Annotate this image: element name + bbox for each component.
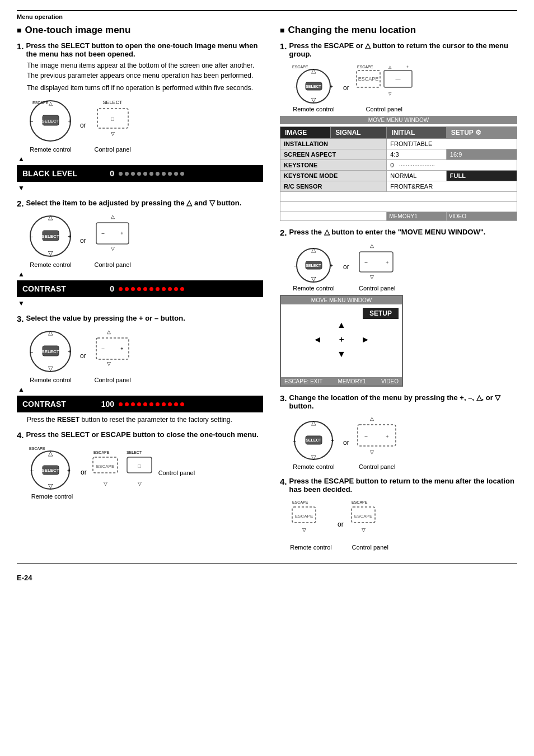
left-arrow-icon: ◄ [313, 335, 322, 345]
svg-text:ESCAPE: ESCAPE [32, 101, 49, 105]
svg-text:ESCAPE: ESCAPE [295, 514, 313, 519]
section-header: Menu operation [17, 10, 517, 20]
left-heading: One-touch image menu [17, 25, 263, 36]
svg-text:+: + [331, 438, 334, 444]
slider-black-level: BLACK LEVEL 0 [17, 165, 263, 182]
svg-text:△: △ [49, 101, 53, 106]
step3-remote-diagram: △ – + SELECT ▽ Remote control [27, 328, 74, 383]
step4-left: 4. Press the SELECT or ESCAPE button to … [17, 430, 263, 500]
svg-text:▽: ▽ [103, 481, 107, 486]
svg-text:△: △ [48, 329, 53, 336]
svg-text:–: – [30, 118, 33, 124]
section-header-text: Menu operation [17, 13, 63, 20]
step4-title: Press the SELECT or ESCAPE button to clo… [26, 430, 259, 439]
menu-window-title-2: MOVE MENU WINDOW [281, 296, 402, 304]
step1-right: 1. Press the ESCAPE or △ button to retur… [280, 41, 517, 221]
step1-panel-label: Control panel [94, 146, 130, 153]
svg-text:–: – [293, 438, 296, 444]
svg-text:ESCAPE: ESCAPE [96, 464, 114, 469]
step1r-panel-diagram: ESCAPE △ + — ESCAPE ▽ Control panel [355, 63, 414, 112]
step1-num: 1. [17, 41, 24, 51]
svg-text:+: + [68, 233, 71, 240]
step1-body1: The image menu items appear at the botto… [27, 60, 263, 81]
step4-remote-diagram: ESCAPE △ – + SELECT ▽ Remote control [27, 444, 77, 500]
step1-or: or [80, 121, 86, 129]
svg-text:+: + [330, 262, 333, 269]
right-arrow-icon: ► [361, 335, 370, 345]
step2r-title: Press the △ button to enter the "MOVE ME… [289, 228, 486, 236]
svg-text:–: – [30, 233, 33, 240]
page-number: E-24 [17, 574, 517, 582]
svg-text:+: + [330, 83, 333, 90]
step4-remote-label: Remote control [31, 493, 73, 500]
svg-text:+: + [406, 65, 409, 69]
step1r-panel-label: Control panel [366, 106, 402, 112]
svg-text:+: + [120, 346, 123, 351]
right-column: Changing the menu location 1. Press the … [280, 25, 517, 557]
step2r-panel-label: Control panel [359, 285, 395, 292]
svg-text:ESCAPE: ESCAPE [29, 447, 45, 450]
step2-panel-diagram: △ – + ▽ Control panel [92, 213, 134, 268]
step4-panel-label: Control panel [158, 469, 195, 476]
svg-text:SELECT: SELECT [306, 264, 321, 267]
step2-remote-label: Remote control [30, 261, 72, 268]
svg-text:△: △ [311, 419, 316, 426]
step2-or: or [80, 237, 86, 245]
step3r-title: Change the location of the menu by press… [289, 393, 517, 410]
svg-text:▽: ▽ [48, 365, 53, 372]
step2-panel-label: Control panel [94, 261, 130, 268]
svg-text:ESCAPE: ESCAPE [93, 450, 110, 454]
svg-text:–: – [30, 349, 33, 355]
step1-panel-diagram: SELECT □ ▽ Control panel [92, 97, 134, 153]
svg-text:+: + [67, 467, 71, 473]
svg-text:+: + [386, 434, 388, 439]
svg-text:ESCAPE: ESCAPE [292, 500, 308, 504]
svg-text:▽: ▽ [302, 527, 306, 533]
step2r-or: or [343, 263, 349, 271]
svg-text:▽: ▽ [388, 92, 392, 96]
svg-text:–: – [364, 434, 367, 439]
step4r-title: Press the ESCAPE button to return to the… [289, 477, 517, 494]
menu-footer-2: ESCAPE: EXIT MEMORY1 VIDEO [281, 377, 402, 386]
svg-text:▽: ▽ [369, 274, 373, 280]
up-arrow-icon: ▲ [337, 320, 346, 330]
step3-left: 3. Select the value by pressing the + or… [17, 314, 263, 424]
step2-remote-diagram: △ – + SELECT ▽ Remote control [27, 213, 74, 268]
down-arrow-icon: ▼ [337, 349, 346, 359]
step3-remote-label: Remote control [30, 377, 72, 383]
step2-title: Select the item to be adjusted by pressi… [26, 199, 242, 207]
step3r-panel-label: Control panel [359, 463, 395, 470]
svg-text:SELECT: SELECT [102, 100, 123, 105]
step4r-or: or [338, 520, 344, 528]
step1r-or: or [343, 84, 349, 92]
step3r-num: 3. [280, 393, 287, 403]
step3-panel-label: Control panel [94, 377, 130, 383]
svg-text:△: △ [311, 67, 316, 74]
svg-text:△: △ [106, 329, 110, 335]
step4-panel-escape-diagram: ESCAPE ESCAPE ▽ [90, 448, 121, 496]
svg-text:SELECT: SELECT [306, 84, 321, 88]
svg-text:▽: ▽ [311, 275, 316, 282]
svg-text:△: △ [48, 450, 53, 457]
svg-text:+: + [120, 231, 123, 236]
svg-text:▽: ▽ [311, 96, 316, 103]
step1r-remote-label: Remote control [293, 106, 335, 112]
svg-text:ESCAPE: ESCAPE [352, 500, 368, 504]
svg-text:–: – [294, 83, 297, 90]
svg-text:▽: ▽ [311, 454, 316, 461]
slider-contrast-0: CONTRAST 0 [17, 280, 263, 297]
svg-text:SELECT: SELECT [41, 119, 59, 124]
right-heading: Changing the menu location [280, 25, 517, 36]
step2r-remote-label: Remote control [293, 285, 335, 292]
svg-text:–: – [294, 262, 297, 269]
svg-text:+: + [68, 118, 71, 124]
svg-text:▽: ▽ [48, 482, 53, 489]
svg-text:—: — [395, 76, 400, 82]
step1-remote-label: Remote control [30, 146, 72, 153]
step4r-num: 4. [280, 477, 287, 486]
menu-window-title-1: MOVE MENU WINDOW [280, 116, 517, 124]
svg-text:▽: ▽ [110, 246, 114, 251]
svg-text:–: – [364, 260, 367, 265]
svg-text:△: △ [110, 214, 114, 219]
step1r-num: 1. [280, 41, 287, 51]
